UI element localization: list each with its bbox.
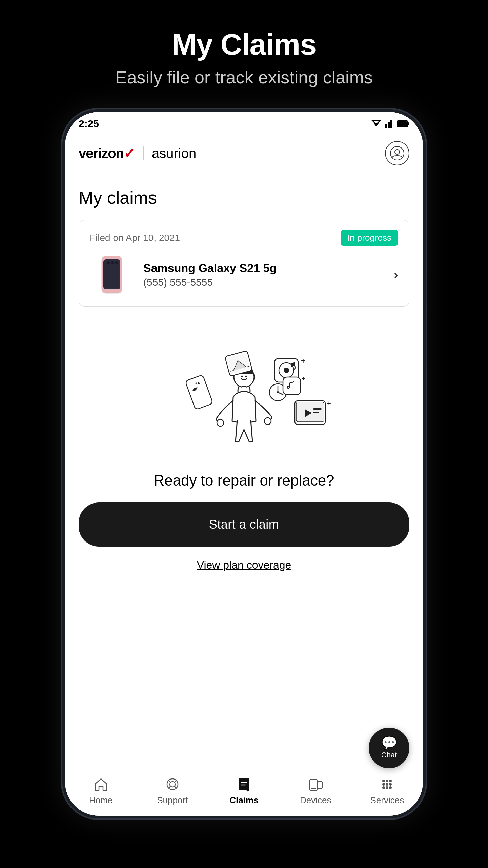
svg-rect-4 <box>390 120 392 128</box>
svg-rect-6 <box>398 121 407 126</box>
svg-point-19 <box>245 376 247 377</box>
claim-card[interactable]: Filed on Apr 10, 2021 In progress <box>79 220 409 307</box>
logo-divider <box>143 146 144 160</box>
svg-point-14 <box>115 261 118 264</box>
svg-point-61 <box>382 783 385 786</box>
svg-point-21 <box>217 419 224 426</box>
nav-item-devices[interactable]: Devices <box>292 776 339 806</box>
status-icons <box>370 120 409 128</box>
svg-line-50 <box>175 781 176 782</box>
device-info: Samsung Galaxy S21 5g (555) 555-5555 <box>143 261 384 288</box>
asurion-logo: asurion <box>152 146 196 161</box>
svg-point-18 <box>241 376 243 377</box>
svg-point-12 <box>107 261 110 264</box>
home-icon <box>93 776 109 792</box>
svg-point-47 <box>170 782 175 787</box>
support-icon <box>164 776 181 792</box>
svg-point-46 <box>167 779 178 790</box>
page-subtitle: Easily file or track existing claims <box>115 67 373 87</box>
illustration-svg: + + <box>149 330 339 465</box>
svg-rect-3 <box>388 122 390 128</box>
verizon-logo: verizon✓ <box>79 145 135 161</box>
svg-rect-43 <box>283 377 301 395</box>
page-title: My Claims <box>115 27 373 62</box>
side-button-power <box>426 318 427 366</box>
view-coverage-link[interactable]: View plan coverage <box>197 559 291 571</box>
svg-point-60 <box>389 780 392 782</box>
svg-point-9 <box>395 150 400 154</box>
claim-arrow: › <box>393 267 398 283</box>
nav-item-claims[interactable]: Claims <box>220 776 268 806</box>
filed-date: Filed on Apr 10, 2021 <box>90 233 180 243</box>
svg-point-66 <box>389 786 392 789</box>
svg-rect-35 <box>296 402 324 422</box>
svg-point-62 <box>386 783 388 786</box>
app-header: verizon✓ asurion <box>65 133 423 174</box>
main-content: My claims Filed on Apr 10, 2021 In progr… <box>65 174 423 769</box>
device-image <box>90 253 134 297</box>
nav-item-home[interactable]: Home <box>77 776 125 806</box>
section-title: My claims <box>79 188 409 208</box>
nav-label-services: Services <box>370 795 404 806</box>
cta-text: Ready to repair or replace? <box>154 472 334 489</box>
svg-point-28 <box>284 368 289 373</box>
svg-line-51 <box>169 786 170 788</box>
side-button-volume <box>426 277 427 304</box>
svg-rect-56 <box>318 782 322 788</box>
svg-point-63 <box>389 783 392 786</box>
svg-point-65 <box>386 786 388 789</box>
start-claim-button[interactable]: Start a claim <box>79 502 409 547</box>
svg-rect-38 <box>313 412 319 413</box>
svg-point-22 <box>264 418 271 425</box>
samsung-phone-svg <box>90 253 134 297</box>
svg-point-13 <box>111 261 114 264</box>
nav-label-claims: Claims <box>229 795 258 806</box>
nav-item-support[interactable]: Support <box>149 776 196 806</box>
phone-screen: 2:25 <box>65 112 423 816</box>
svg-rect-37 <box>313 408 322 410</box>
nav-item-services[interactable]: Services <box>363 776 411 806</box>
claims-icon <box>236 776 252 792</box>
svg-rect-7 <box>408 122 409 125</box>
phone-shell: 2:25 <box>61 108 427 820</box>
svg-point-64 <box>382 786 385 789</box>
services-icon <box>379 776 395 792</box>
svg-point-59 <box>386 780 388 782</box>
device-name: Samsung Galaxy S21 5g <box>143 261 384 275</box>
svg-rect-2 <box>385 124 387 128</box>
battery-icon <box>397 120 409 128</box>
illustration-area: + + <box>79 323 409 592</box>
svg-line-49 <box>175 786 176 788</box>
svg-text:+: + <box>301 357 305 365</box>
devices-icon <box>307 776 324 792</box>
page-wrapper: My Claims Easily file or track existing … <box>0 0 488 868</box>
chat-fab[interactable]: 💬 Chat <box>369 728 409 768</box>
nav-label-home: Home <box>89 795 113 806</box>
claim-device-row: Samsung Galaxy S21 5g (555) 555-5555 › <box>90 253 398 297</box>
nav-label-support: Support <box>157 795 188 806</box>
nav-label-devices: Devices <box>300 795 331 806</box>
svg-point-58 <box>382 780 385 782</box>
profile-icon <box>390 146 404 160</box>
device-number: (555) 555-5555 <box>143 277 384 288</box>
status-time: 2:25 <box>79 118 99 130</box>
svg-text:+: + <box>302 375 305 382</box>
bottom-nav: Home Support <box>65 769 423 816</box>
svg-rect-55 <box>309 780 318 790</box>
svg-rect-20 <box>242 387 246 391</box>
svg-text:+: + <box>327 400 331 407</box>
chat-label: Chat <box>381 751 397 760</box>
page-header: My Claims Easily file or track existing … <box>115 0 373 108</box>
wifi-icon <box>370 120 382 128</box>
status-badge: In progress <box>341 230 398 246</box>
svg-rect-23 <box>185 375 213 410</box>
logo-area: verizon✓ asurion <box>79 145 196 161</box>
claim-card-header: Filed on Apr 10, 2021 In progress <box>90 230 398 246</box>
profile-button[interactable] <box>385 141 409 165</box>
svg-line-48 <box>169 781 170 782</box>
signal-icon <box>385 120 394 128</box>
chat-icon: 💬 <box>381 736 397 749</box>
status-bar: 2:25 <box>65 112 423 133</box>
